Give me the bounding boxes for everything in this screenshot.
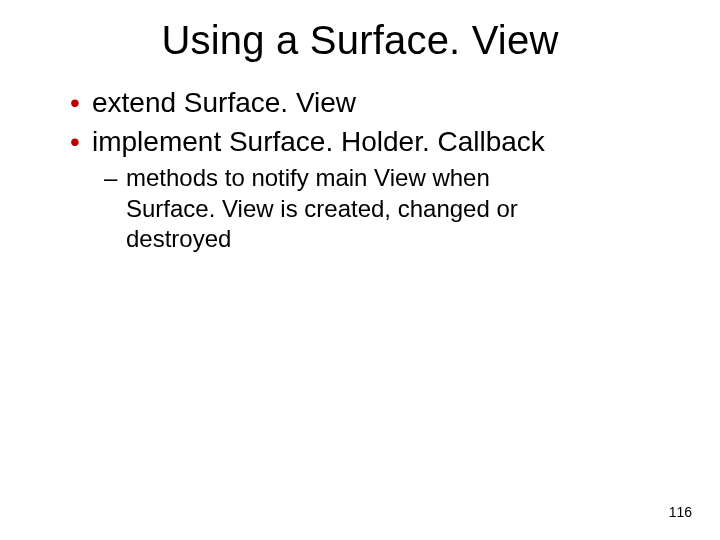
bullet-list: extend Surface. View implement Surface. … bbox=[48, 85, 672, 159]
bullet-item: implement Surface. Holder. Callback bbox=[70, 124, 672, 159]
bullet-item: extend Surface. View bbox=[70, 85, 672, 120]
slide: Using a Surface. View extend Surface. Vi… bbox=[0, 0, 720, 540]
sub-bullet-item: methods to notify main View when Surface… bbox=[104, 163, 574, 255]
slide-title: Using a Surface. View bbox=[48, 18, 672, 63]
page-number: 116 bbox=[669, 504, 692, 520]
sub-bullet-list: methods to notify main View when Surface… bbox=[48, 163, 672, 255]
